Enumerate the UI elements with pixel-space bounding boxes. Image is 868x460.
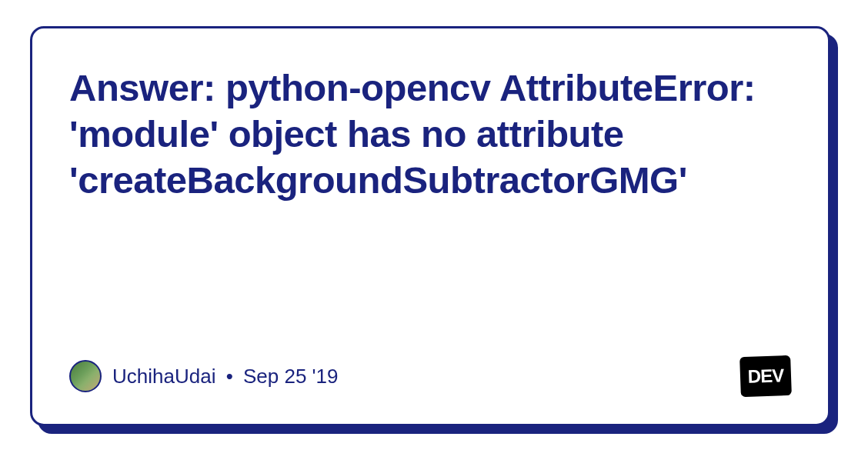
post-date: Sep 25 '19 [243, 365, 339, 388]
separator: • [226, 365, 233, 388]
post-title: Answer: python-opencv AttributeError: 'm… [69, 65, 791, 203]
dev-logo: DEV [739, 355, 792, 397]
dev-logo-text: DEV [747, 365, 783, 388]
author-block: UchihaUdai • Sep 25 '19 [69, 360, 339, 392]
card-body: Answer: python-opencv AttributeError: 'm… [30, 26, 830, 426]
byline: UchihaUdai • Sep 25 '19 [112, 365, 339, 388]
social-card: Answer: python-opencv AttributeError: 'm… [30, 26, 838, 434]
avatar [69, 360, 102, 392]
author-name: UchihaUdai [112, 365, 215, 388]
card-footer: UchihaUdai • Sep 25 '19 DEV [69, 356, 791, 396]
